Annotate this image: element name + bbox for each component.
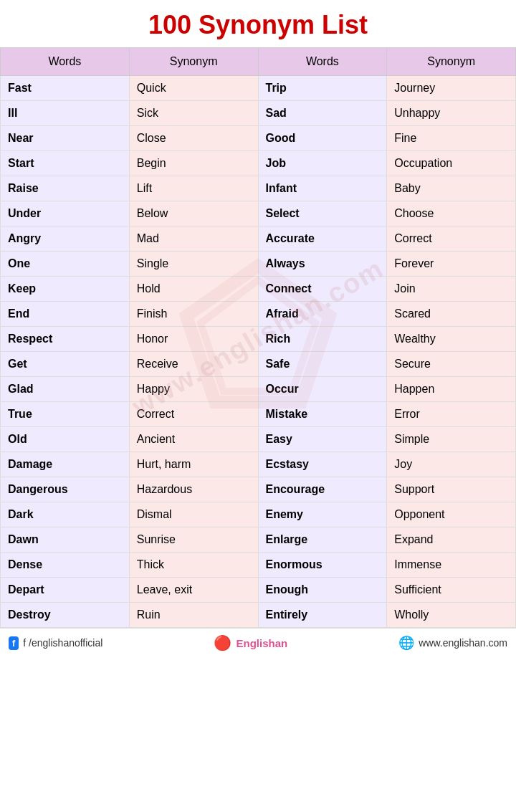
synonym-cell: Begin [129, 151, 258, 176]
word-cell: Dark [1, 502, 130, 527]
table-row: RespectHonorRichWealthy [1, 327, 516, 352]
word-cell: Keep [1, 277, 130, 302]
word-cell: Enemy [258, 502, 387, 527]
synonym-cell: Below [129, 201, 258, 226]
synonym-cell: Dismal [129, 502, 258, 527]
word-cell: Near [1, 126, 130, 151]
table-row: AngryMadAccurateCorrect [1, 226, 516, 252]
synonym-cell: Baby [387, 176, 516, 201]
synonym-cell: Expand [387, 527, 516, 553]
header-col4: Synonym [387, 48, 516, 76]
word-cell: Infant [258, 176, 387, 201]
synonym-cell: Joy [387, 452, 516, 477]
synonym-cell: Lift [129, 176, 258, 201]
word-cell: End [1, 302, 130, 327]
synonym-cell: Correct [387, 226, 516, 252]
word-cell: Safe [258, 352, 387, 377]
word-cell: Job [258, 151, 387, 176]
website-url: www.englishan.com [419, 637, 507, 649]
table-row: IllSickSadUnhappy [1, 101, 516, 126]
synonym-cell: Single [129, 252, 258, 277]
footer-brand: 🔴 Englishan [214, 634, 287, 651]
word-cell: Enough [258, 578, 387, 603]
table-row: DamageHurt, harmEcstasyJoy [1, 452, 516, 477]
table-row: DawnSunriseEnlargeExpand [1, 527, 516, 553]
page-title: 100 Synonym List [0, 0, 516, 47]
synonym-cell: Wholly [387, 603, 516, 628]
table-row: DestroyRuinEntirelyWholly [1, 603, 516, 628]
table-row: OneSingleAlwaysForever [1, 252, 516, 277]
word-cell: True [1, 402, 130, 427]
synonym-cell: Hazardous [129, 477, 258, 502]
synonym-cell: Honor [129, 327, 258, 352]
word-cell: Trip [258, 76, 387, 101]
synonym-cell: Unhappy [387, 101, 516, 126]
brand-name: Englishan [236, 637, 287, 649]
word-cell: Rich [258, 327, 387, 352]
table-row: TrueCorrectMistakeError [1, 402, 516, 427]
word-cell: Get [1, 352, 130, 377]
word-cell: Dense [1, 553, 130, 578]
table-row: DepartLeave, exitEnoughSufficient [1, 578, 516, 603]
word-cell: Enormous [258, 553, 387, 578]
table-row: GladHappyOccurHappen [1, 377, 516, 402]
word-cell: Angry [1, 226, 130, 252]
word-cell: Destroy [1, 603, 130, 628]
synonym-cell: Journey [387, 76, 516, 101]
synonym-cell: Sunrise [129, 527, 258, 553]
synonym-cell: Hold [129, 277, 258, 302]
word-cell: Enlarge [258, 527, 387, 553]
word-cell: Encourage [258, 477, 387, 502]
table-row: UnderBelowSelectChoose [1, 201, 516, 226]
table-row: DarkDismalEnemyOpponent [1, 502, 516, 527]
synonym-cell: Choose [387, 201, 516, 226]
synonym-table: Words Synonym Words Synonym FastQuickTri… [0, 47, 516, 628]
footer: f f /englishanofficial 🔴 Englishan 🌐 www… [0, 628, 516, 657]
table-row: OldAncientEasySimple [1, 427, 516, 452]
synonym-cell: Hurt, harm [129, 452, 258, 477]
synonym-cell: Correct [129, 402, 258, 427]
synonym-cell: Simple [387, 427, 516, 452]
table-row: DenseThickEnormousImmense [1, 553, 516, 578]
synonym-cell: Sick [129, 101, 258, 126]
table-row: KeepHoldConnectJoin [1, 277, 516, 302]
word-cell: Under [1, 201, 130, 226]
table-row: RaiseLiftInfantBaby [1, 176, 516, 201]
table-row: NearCloseGoodFine [1, 126, 516, 151]
word-cell: Good [258, 126, 387, 151]
word-cell: Easy [258, 427, 387, 452]
word-cell: Damage [1, 452, 130, 477]
synonym-cell: Error [387, 402, 516, 427]
synonym-cell: Happy [129, 377, 258, 402]
word-cell: One [1, 252, 130, 277]
word-cell: Raise [1, 176, 130, 201]
word-cell: Entirely [258, 603, 387, 628]
word-cell: Ill [1, 101, 130, 126]
synonym-cell: Ruin [129, 603, 258, 628]
word-cell: Always [258, 252, 387, 277]
synonym-table-container: www.englishan.com Words Synonym Words Sy… [0, 47, 516, 628]
synonym-cell: Sufficient [387, 578, 516, 603]
word-cell: Glad [1, 377, 130, 402]
word-cell: Occur [258, 377, 387, 402]
header-col3: Words [258, 48, 387, 76]
synonym-cell: Thick [129, 553, 258, 578]
table-row: EndFinishAfraidScared [1, 302, 516, 327]
synonym-cell: Leave, exit [129, 578, 258, 603]
synonym-cell: Support [387, 477, 516, 502]
synonym-cell: Immense [387, 553, 516, 578]
word-cell: Old [1, 427, 130, 452]
header-col2: Synonym [129, 48, 258, 76]
synonym-cell: Join [387, 277, 516, 302]
brand-icon: 🔴 [214, 634, 231, 651]
synonym-cell: Ancient [129, 427, 258, 452]
synonym-cell: Wealthy [387, 327, 516, 352]
word-cell: Select [258, 201, 387, 226]
table-header-row: Words Synonym Words Synonym [1, 48, 516, 76]
word-cell: Connect [258, 277, 387, 302]
synonym-cell: Close [129, 126, 258, 151]
word-cell: Start [1, 151, 130, 176]
word-cell: Dawn [1, 527, 130, 553]
facebook-handle: f /englishanofficial [23, 637, 102, 649]
synonym-cell: Mad [129, 226, 258, 252]
